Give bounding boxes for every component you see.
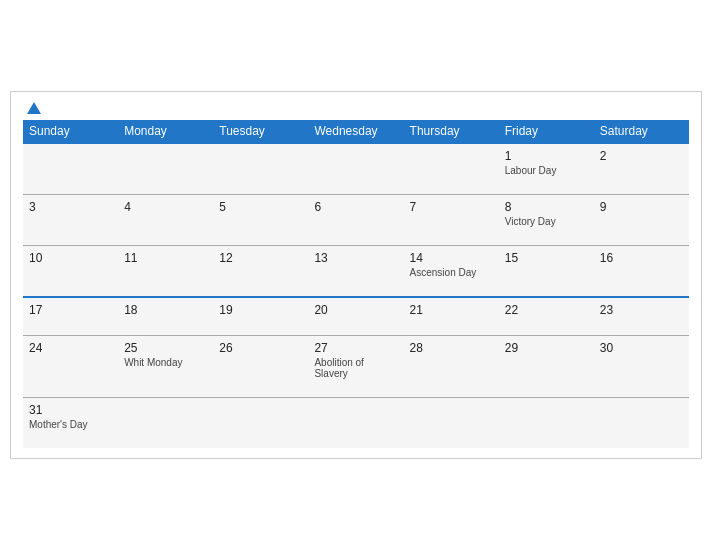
- calendar-cell: [23, 143, 118, 195]
- calendar-cell: 23: [594, 297, 689, 336]
- weekday-header-saturday: Saturday: [594, 120, 689, 143]
- calendar-cell: 24: [23, 336, 118, 398]
- day-number: 11: [124, 251, 207, 265]
- day-number: 31: [29, 403, 112, 417]
- day-number: 6: [314, 200, 397, 214]
- calendar-cell: [404, 143, 499, 195]
- holiday-label: Ascension Day: [410, 267, 493, 278]
- calendar-cell: 29: [499, 336, 594, 398]
- calendar-cell: 25Whit Monday: [118, 336, 213, 398]
- day-number: 4: [124, 200, 207, 214]
- logo-triangle-icon: [27, 102, 41, 114]
- calendar-cell: 1Labour Day: [499, 143, 594, 195]
- calendar-cell: [308, 143, 403, 195]
- calendar-cell: [213, 143, 308, 195]
- calendar-cell: 22: [499, 297, 594, 336]
- calendar-cell: 30: [594, 336, 689, 398]
- calendar-body: 1Labour Day2345678Victory Day91011121314…: [23, 143, 689, 448]
- day-number: 1: [505, 149, 588, 163]
- calendar-row-3: 1011121314Ascension Day1516: [23, 246, 689, 298]
- day-number: 28: [410, 341, 493, 355]
- weekday-header-wednesday: Wednesday: [308, 120, 403, 143]
- day-number: 12: [219, 251, 302, 265]
- day-number: 13: [314, 251, 397, 265]
- calendar-cell: 5: [213, 195, 308, 246]
- calendar-cell: 11: [118, 246, 213, 298]
- logo-blue-text: [23, 102, 41, 114]
- calendar-cell: [118, 398, 213, 449]
- day-number: 3: [29, 200, 112, 214]
- calendar-cell: [594, 398, 689, 449]
- day-number: 21: [410, 303, 493, 317]
- calendar-cell: 6: [308, 195, 403, 246]
- day-number: 27: [314, 341, 397, 355]
- weekday-header-thursday: Thursday: [404, 120, 499, 143]
- calendar-row-2: 345678Victory Day9: [23, 195, 689, 246]
- calendar-cell: 9: [594, 195, 689, 246]
- weekday-header-friday: Friday: [499, 120, 594, 143]
- day-number: 8: [505, 200, 588, 214]
- day-number: 17: [29, 303, 112, 317]
- calendar-header-row: SundayMondayTuesdayWednesdayThursdayFrid…: [23, 120, 689, 143]
- weekday-header-sunday: Sunday: [23, 120, 118, 143]
- calendar-cell: 7: [404, 195, 499, 246]
- calendar-cell: 19: [213, 297, 308, 336]
- calendar-cell: 16: [594, 246, 689, 298]
- calendar-container: SundayMondayTuesdayWednesdayThursdayFrid…: [10, 91, 702, 459]
- calendar-row-5: 2425Whit Monday2627Abolition of Slavery2…: [23, 336, 689, 398]
- calendar-row-6: 31Mother's Day: [23, 398, 689, 449]
- calendar-cell: 3: [23, 195, 118, 246]
- day-number: 9: [600, 200, 683, 214]
- day-number: 20: [314, 303, 397, 317]
- day-number: 29: [505, 341, 588, 355]
- calendar-cell: 21: [404, 297, 499, 336]
- holiday-label: Mother's Day: [29, 419, 112, 430]
- calendar-row-1: 1Labour Day2: [23, 143, 689, 195]
- day-number: 2: [600, 149, 683, 163]
- day-number: 10: [29, 251, 112, 265]
- calendar-cell: 15: [499, 246, 594, 298]
- calendar-cell: 10: [23, 246, 118, 298]
- weekday-header-monday: Monday: [118, 120, 213, 143]
- calendar-cell: 20: [308, 297, 403, 336]
- calendar-cell: 26: [213, 336, 308, 398]
- holiday-label: Whit Monday: [124, 357, 207, 368]
- calendar-cell: 28: [404, 336, 499, 398]
- calendar-header: [23, 102, 689, 114]
- calendar-cell: 14Ascension Day: [404, 246, 499, 298]
- day-number: 23: [600, 303, 683, 317]
- day-number: 14: [410, 251, 493, 265]
- calendar-cell: [404, 398, 499, 449]
- calendar-cell: 2: [594, 143, 689, 195]
- calendar-row-4: 17181920212223: [23, 297, 689, 336]
- day-number: 7: [410, 200, 493, 214]
- calendar-table: SundayMondayTuesdayWednesdayThursdayFrid…: [23, 120, 689, 448]
- logo: [23, 102, 41, 114]
- calendar-cell: [118, 143, 213, 195]
- day-number: 22: [505, 303, 588, 317]
- calendar-cell: 27Abolition of Slavery: [308, 336, 403, 398]
- calendar-cell: 17: [23, 297, 118, 336]
- calendar-cell: 31Mother's Day: [23, 398, 118, 449]
- calendar-cell: 8Victory Day: [499, 195, 594, 246]
- day-number: 16: [600, 251, 683, 265]
- calendar-cell: [308, 398, 403, 449]
- day-number: 15: [505, 251, 588, 265]
- day-number: 19: [219, 303, 302, 317]
- calendar-cell: 12: [213, 246, 308, 298]
- day-number: 30: [600, 341, 683, 355]
- day-number: 26: [219, 341, 302, 355]
- day-number: 24: [29, 341, 112, 355]
- weekday-header-tuesday: Tuesday: [213, 120, 308, 143]
- day-number: 25: [124, 341, 207, 355]
- calendar-cell: [213, 398, 308, 449]
- calendar-cell: 4: [118, 195, 213, 246]
- day-number: 18: [124, 303, 207, 317]
- calendar-cell: 18: [118, 297, 213, 336]
- weekday-header-row: SundayMondayTuesdayWednesdayThursdayFrid…: [23, 120, 689, 143]
- holiday-label: Abolition of Slavery: [314, 357, 397, 379]
- calendar-cell: 13: [308, 246, 403, 298]
- holiday-label: Victory Day: [505, 216, 588, 227]
- day-number: 5: [219, 200, 302, 214]
- holiday-label: Labour Day: [505, 165, 588, 176]
